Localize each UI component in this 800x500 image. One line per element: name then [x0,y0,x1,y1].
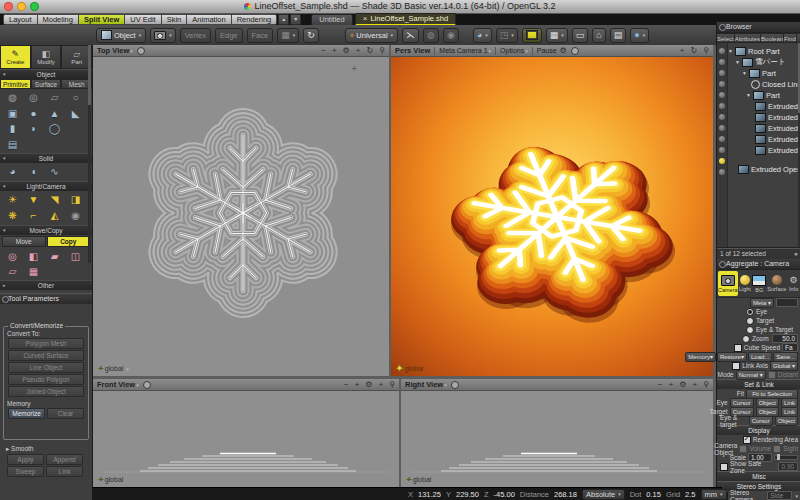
toolbox-modify-button[interactable]: ◧Modify [31,45,62,69]
right-rotate-widget[interactable] [451,381,459,389]
zoom-in-icon[interactable]: + [332,45,337,56]
eye-toggle[interactable] [719,59,725,65]
tree-row-extruded-closed[interactable]: Extruded Closed [728,112,797,122]
shaded-view-button[interactable]: ◕▾ [473,28,492,43]
tool-parameters-header[interactable]: Tool Parameters [0,293,92,304]
pers-view-title[interactable]: Pers View [395,46,430,55]
convert-curved-surface-button[interactable]: Curved Surface [8,350,84,361]
tab-split-view[interactable]: Split View [78,14,124,25]
monitor2-button[interactable]: ⌂ [592,28,605,43]
pers-zoom-in-icon[interactable]: + [680,45,685,56]
cube-speed-checkbox[interactable] [734,344,742,352]
load-button[interactable]: Load... [748,352,772,362]
plane-tool-icon[interactable]: ▱ [44,90,65,105]
distant-light-icon[interactable]: ◥ [44,192,65,207]
stack-copy-icon[interactable]: ◫ [65,249,86,264]
pan-icon[interactable]: + [356,45,361,56]
move-button[interactable]: Move [2,236,46,247]
zoom-value-field[interactable]: 50.0 [772,334,798,343]
front-magnify-icon[interactable]: ⚲ [389,379,395,390]
smooth-apply-button[interactable]: Apply [7,454,44,465]
browser-tab-find[interactable]: Find [784,33,797,43]
browser-header[interactable]: Browser [717,22,800,33]
safe-zone-field[interactable]: 0.90 [778,462,798,471]
front-gear-icon[interactable]: ⚙ [365,379,372,390]
render-preview-button[interactable]: ●▾ [630,28,649,43]
tab-primitive[interactable]: Primitive [0,79,31,89]
zoom-out-icon[interactable]: − [321,45,326,56]
smooth-sweep-button[interactable]: Sweep [7,466,44,477]
wedge-tool-icon[interactable]: ◣ [65,106,86,121]
point-light-icon[interactable]: ☀ [2,192,23,207]
tree-row-part2[interactable]: ▼Part [728,90,797,100]
convert-polygon-mesh-button[interactable]: Polygon Mesh [8,338,84,349]
set-link-section-header[interactable]: Set & Link [717,379,800,389]
link-axis-dropdown[interactable]: Global ▾ [770,361,798,371]
front-view-title[interactable]: Front View [97,380,135,389]
ring-tool-icon[interactable]: ◎ [23,90,44,105]
edge-mode-button[interactable]: Edge [215,28,243,43]
four-view-button[interactable] [522,28,542,43]
tree-row-extruded-open-line[interactable]: Extruded Open Line [728,164,797,174]
coil-icon[interactable]: ∿ [44,164,65,179]
browser-tab-attributes[interactable]: Attributes [735,33,761,43]
options-menu[interactable]: Options [500,47,524,54]
tab-animation[interactable]: Animation [186,14,230,25]
smooth-link-button[interactable]: Link [46,466,83,477]
aggregate-tab-camera[interactable]: Camera [718,271,738,296]
eye-toggle[interactable] [719,169,725,175]
doc-tab-untitled[interactable]: Untitled [311,14,352,26]
smooth-label[interactable]: ▸ Smooth [6,445,87,453]
cube-speed-field[interactable]: Fa [782,343,798,352]
camera-object-icon[interactable]: ◉ [65,208,86,223]
top-viewport-canvas[interactable]: + Top View▾ − + ⚙ + ↻ ⚲ +global▾ [93,45,389,376]
convert-joined-object-button[interactable]: Joined Object [8,386,84,397]
eye-toggle[interactable] [719,114,725,120]
manipulator-button[interactable]: ⌖Universal▾ [345,28,398,43]
tree-row-root-part[interactable]: ▼Root Part [728,46,797,56]
mode-dropdown[interactable]: Normal ▾ [736,370,766,380]
vertical-splitter-bottom[interactable] [399,379,401,487]
tree-row-extruded-closed[interactable]: Extruded Closed [728,134,797,144]
meta-extra-field[interactable] [776,298,798,307]
convert-pseudo-polygon-button[interactable]: Pseudo Polygon [8,374,84,385]
memory-button[interactable]: Memory▾ [685,352,716,362]
cylinder-tool-icon[interactable]: ▮ [2,121,23,136]
pers-magnify-icon[interactable]: ⚲ [703,45,709,56]
cone-tool-icon[interactable]: ▲ [44,106,65,121]
camera-selector[interactable]: Meta Camera 1 [439,47,487,54]
tree-row-closed-line[interactable]: Closed Line [728,79,797,89]
grid-view-button[interactable]: ▦▾ [546,28,568,43]
tab-skin[interactable]: Skin [161,14,187,25]
stereo-mode-dropdown[interactable]: Side by Side [767,491,792,500]
horizontal-splitter[interactable] [93,376,713,379]
tab-overflow-down-button[interactable]: ▾ [290,14,301,25]
eye-toggle[interactable] [719,92,725,98]
pers-viewport-canvas[interactable]: Pers View Meta Camera 1▾ Options▾ Pause … [391,45,713,376]
snap-grid-button[interactable]: ▦▾ [277,28,299,43]
restore-button[interactable]: Restore▾ [717,352,747,362]
smooth-append-button[interactable]: Append [46,454,83,465]
tree-row-snow-part[interactable]: ▼雪パート [728,57,797,67]
section-light-camera[interactable]: ▾Light/Camera [0,181,92,191]
eye-toggle[interactable] [719,103,725,109]
memorize-button[interactable]: Memorize [8,408,45,419]
cube-tool-icon[interactable]: ▣ [2,106,23,121]
section-move-copy[interactable]: ▾Move/Copy [0,225,92,235]
eye-target-object-button[interactable]: Object [775,416,798,426]
zoom-radio[interactable] [742,335,750,343]
tree-row-extruded-closed[interactable]: Extruded Closed [728,145,797,155]
aggregate-tab-light[interactable]: Light [739,271,752,296]
pause-button[interactable]: Pause [537,47,557,54]
box-tool-icon[interactable]: ▤ [2,137,23,152]
sight-checkbox[interactable] [773,445,781,453]
vertical-splitter-top[interactable] [389,45,391,376]
rotate-copy-icon[interactable]: ◧ [23,249,44,264]
right-view-title[interactable]: Right View [405,380,443,389]
eye-toggle[interactable] [719,147,725,153]
cone-light-icon[interactable]: ◭ [44,208,65,223]
eye-toggle[interactable] [719,70,725,76]
copy-button[interactable]: Copy [47,236,91,247]
eye-toggle[interactable] [719,81,725,87]
translate-copy-icon[interactable]: ◎ [2,249,23,264]
